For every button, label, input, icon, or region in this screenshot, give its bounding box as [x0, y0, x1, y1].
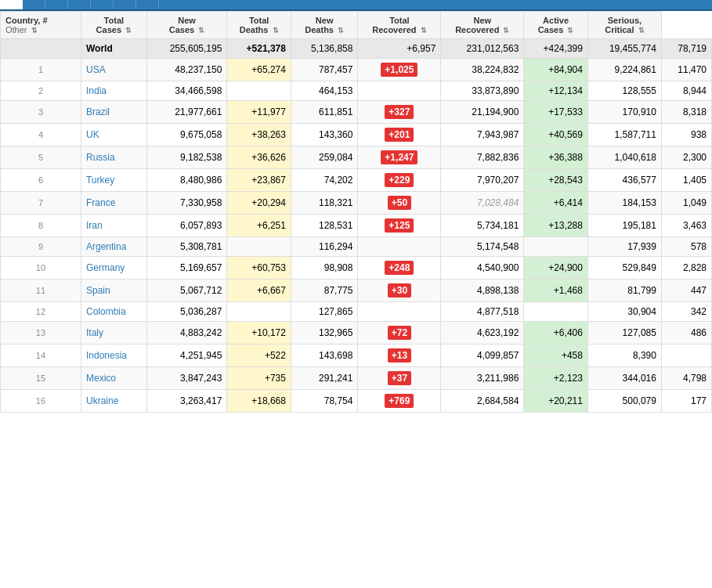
col-new-recovered[interactable]: NewRecovered ⇅ — [441, 12, 524, 39]
col-country[interactable]: Country, #Other ⇅ — [1, 12, 81, 39]
country-link[interactable]: Mexico — [86, 373, 116, 384]
row-country[interactable]: Turkey — [81, 169, 146, 192]
col-total-recovered[interactable]: TotalRecovered ⇅ — [358, 12, 441, 39]
country-link[interactable]: UK — [86, 129, 99, 140]
tab-oceania[interactable] — [136, 0, 159, 9]
row-new-deaths: +72 — [358, 322, 441, 345]
row-num: 14 — [1, 345, 81, 367]
row-country[interactable]: Iran — [81, 215, 146, 237]
row-new-recovered: +12,134 — [524, 81, 588, 101]
row-new-cases — [227, 237, 291, 257]
row-serious: 8,944 — [661, 81, 711, 101]
row-active-cases: 170,910 — [587, 101, 661, 124]
row-total-recovered: 7,882,836 — [441, 146, 524, 169]
row-num: 8 — [1, 215, 81, 237]
country-link[interactable]: Indonesia — [86, 350, 127, 361]
row-new-recovered: +6,414 — [524, 192, 588, 215]
sort-icon-new-deaths[interactable]: ⇅ — [338, 27, 344, 34]
table-row: 7 France 7,330,958 +20,294 118,321 +50 7… — [1, 192, 712, 215]
row-new-deaths: +37 — [358, 367, 441, 390]
row-country[interactable]: USA — [81, 59, 146, 81]
covid-table: Country, #Other ⇅ TotalCases ⇅ NewCases … — [0, 11, 712, 413]
tab-all[interactable] — [0, 0, 23, 9]
row-new-recovered: +6,406 — [524, 322, 588, 345]
country-link[interactable]: Italy — [86, 327, 103, 338]
col-new-deaths[interactable]: NewDeaths ⇅ — [291, 12, 357, 39]
row-country[interactable]: Russia — [81, 146, 146, 169]
row-country[interactable]: Italy — [81, 322, 146, 345]
row-country[interactable]: India — [81, 81, 146, 101]
row-active-cases: 9,224,861 — [587, 59, 661, 81]
country-link[interactable]: Argentina — [86, 241, 126, 252]
row-new-cases: +735 — [227, 367, 291, 390]
row-country[interactable]: Colombia — [81, 302, 146, 322]
sort-icon-new-recovered[interactable]: ⇅ — [503, 27, 509, 34]
sort-icon-serious[interactable]: ⇅ — [638, 27, 645, 34]
world-serious: 78,719 — [661, 39, 711, 59]
row-new-deaths — [358, 302, 441, 322]
tab-africa[interactable] — [114, 0, 136, 9]
row-country[interactable]: Spain — [81, 280, 146, 302]
col-new-cases[interactable]: NewCases ⇅ — [146, 12, 227, 39]
col-active-cases[interactable]: ActiveCases ⇅ — [524, 12, 588, 39]
row-total-deaths: 464,153 — [291, 81, 357, 101]
col-total-deaths[interactable]: TotalDeaths ⇅ — [227, 12, 291, 39]
country-link[interactable]: Spain — [86, 285, 110, 296]
row-total-deaths: 98,908 — [291, 257, 357, 280]
row-new-recovered: +17,533 — [524, 101, 588, 124]
sort-icon-total-cases[interactable]: ⇅ — [125, 27, 132, 34]
new-deaths-badge: +50 — [388, 196, 411, 210]
row-total-cases: 8,480,986 — [146, 169, 227, 192]
country-link[interactable]: India — [86, 85, 107, 96]
row-new-deaths: +327 — [358, 101, 441, 124]
row-active-cases: 184,153 — [587, 192, 661, 215]
tab-south-america[interactable] — [91, 0, 114, 9]
country-link[interactable]: Brazil — [86, 106, 110, 117]
country-link[interactable]: Russia — [86, 152, 115, 163]
row-country[interactable]: Ukraine — [81, 390, 146, 413]
row-country[interactable]: Argentina — [81, 237, 146, 257]
col-total-cases[interactable]: TotalCases ⇅ — [81, 12, 146, 39]
sort-icon-total-recovered[interactable]: ⇅ — [421, 27, 427, 34]
country-link[interactable]: Colombia — [86, 306, 126, 317]
tab-north-america[interactable] — [45, 0, 68, 9]
row-total-cases: 7,330,958 — [146, 192, 227, 215]
country-link[interactable]: Ukraine — [86, 395, 118, 406]
country-link[interactable]: France — [86, 197, 115, 208]
sort-icon-active-cases[interactable]: ⇅ — [567, 27, 573, 34]
row-total-cases: 3,847,243 — [146, 367, 227, 390]
row-new-recovered: +20,211 — [524, 390, 588, 413]
row-serious — [661, 345, 711, 367]
col-serious[interactable]: Serious,Critical ⇅ — [587, 12, 661, 39]
row-country[interactable]: Mexico — [81, 367, 146, 390]
row-new-deaths: +50 — [358, 192, 441, 215]
row-new-deaths — [358, 81, 441, 101]
row-total-recovered: 4,877,518 — [441, 302, 524, 322]
row-total-recovered: 33,873,890 — [441, 81, 524, 101]
tab-europe[interactable] — [23, 0, 45, 9]
row-country[interactable]: Brazil — [81, 101, 146, 124]
sort-icon-new-cases[interactable]: ⇅ — [198, 27, 204, 34]
row-total-deaths: 116,294 — [291, 237, 357, 257]
row-country[interactable]: Indonesia — [81, 345, 146, 367]
country-link[interactable]: USA — [86, 64, 106, 75]
sort-icon-country[interactable]: ⇅ — [31, 27, 38, 34]
sort-icon-total-deaths[interactable]: ⇅ — [273, 27, 279, 34]
country-link[interactable]: Germany — [86, 262, 125, 273]
row-country[interactable]: France — [81, 192, 146, 215]
row-total-recovered: 4,898,138 — [441, 280, 524, 302]
row-new-cases: +10,172 — [227, 322, 291, 345]
world-total-recovered: 231,012,563 — [441, 39, 524, 59]
table-row: 5 Russia 9,182,538 +36,626 259,084 +1,24… — [1, 146, 712, 169]
row-country[interactable]: Germany — [81, 257, 146, 280]
row-total-recovered: 4,099,857 — [441, 345, 524, 367]
row-country[interactable]: UK — [81, 124, 146, 146]
row-num: 3 — [1, 101, 81, 124]
table-row: 1 USA 48,237,150 +65,274 787,457 +1,025 … — [1, 59, 712, 81]
row-new-recovered: +2,123 — [524, 367, 588, 390]
tab-asia[interactable] — [68, 0, 91, 9]
country-link[interactable]: Turkey — [86, 175, 114, 186]
row-serious: 4,798 — [661, 367, 711, 390]
country-link[interactable]: Iran — [86, 220, 103, 231]
row-new-recovered: +458 — [524, 345, 588, 367]
